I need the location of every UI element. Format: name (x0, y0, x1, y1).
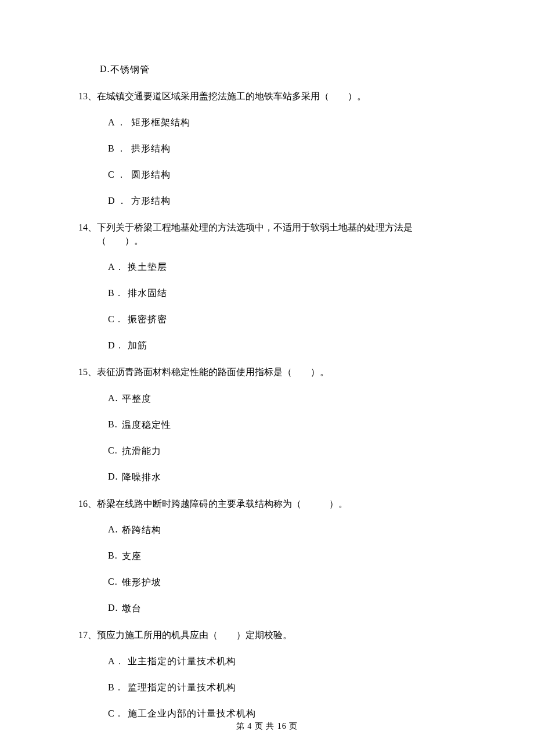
option-text: 监理指定的计量技术机构 (128, 682, 236, 694)
option-text: 墩台 (122, 603, 142, 615)
question-text: 预应力施工所用的机具应由（ ）定期校验。 (97, 629, 292, 642)
option-text: 温度稳定性 (122, 419, 171, 431)
option-text: 降噪排水 (122, 471, 161, 484)
option-letter: B． (108, 287, 128, 300)
option-text: 拱形结构 (131, 143, 171, 155)
question-text: 下列关于桥梁工程地基处理的方法选项中，不适用于软弱土地基的处理方法是（ ）。 (97, 221, 459, 247)
question-16-option-b: B. 支座 (108, 550, 459, 563)
option-text: 平整度 (122, 393, 151, 405)
question-13-option-b: B ． 拱形结构 (108, 143, 459, 155)
question-14-option-b: B． 排水固结 (108, 287, 459, 300)
question-number: 13、 (78, 90, 97, 103)
option-letter: A. (108, 524, 122, 537)
question-13-option-a: A ． 矩形框架结构 (108, 117, 459, 129)
option-text: 排水固结 (128, 287, 167, 300)
question-14-option-a: A． 换土垫层 (108, 261, 459, 273)
question-14: 14、 下列关于桥梁工程地基处理的方法选项中，不适用于软弱土地基的处理方法是（ … (78, 221, 459, 247)
option-text: 圆形结构 (131, 169, 171, 181)
question-14-option-d: D． 加筋 (108, 340, 459, 352)
option-text: 抗滑能力 (122, 445, 161, 458)
page-footer: 第 4 页 共 16 页 (0, 721, 534, 732)
option-text: 锥形护坡 (122, 577, 161, 589)
option-text: 施工企业内部的计量技术机构 (128, 708, 256, 720)
question-15-option-b: B. 温度稳定性 (108, 419, 459, 431)
option-letter: D. (108, 603, 122, 615)
question-14-option-c: C． 振密挤密 (108, 314, 459, 326)
question-text: 表征沥青路面材料稳定性能的路面使用指标是（ ）。 (97, 366, 329, 379)
question-number: 16、 (78, 498, 97, 510)
option-letter: B． (108, 682, 128, 694)
question-13: 13、 在城镇交通要道区域采用盖挖法施工的地铁车站多采用（ ）。 (78, 90, 459, 103)
option-text: 桥跨结构 (122, 524, 161, 537)
question-text: 在城镇交通要道区域采用盖挖法施工的地铁车站多采用（ ）。 (97, 90, 366, 103)
option-text: 不锈钢管 (110, 64, 150, 76)
question-17-option-b: B． 监理指定的计量技术机构 (108, 682, 459, 694)
question-17: 17、 预应力施工所用的机具应由（ ）定期校验。 (78, 629, 459, 642)
question-15-option-a: A. 平整度 (108, 393, 459, 405)
option-letter: D. (108, 471, 122, 484)
question-15-option-c: C. 抗滑能力 (108, 445, 459, 458)
option-text: 方形结构 (131, 195, 171, 207)
question-16-option-d: D. 墩台 (108, 603, 459, 615)
page-content: D. 不锈钢管 13、 在城镇交通要道区域采用盖挖法施工的地铁车站多采用（ ）。… (0, 0, 534, 720)
option-letter: A． (108, 261, 128, 273)
question-number: 15、 (78, 366, 97, 379)
option-letter: C ． (108, 169, 131, 181)
question-number: 17、 (78, 629, 97, 642)
option-letter: C. (108, 445, 122, 458)
question-13-option-c: C ． 圆形结构 (108, 169, 459, 181)
option-letter: B. (108, 550, 122, 563)
option-letter: D. (100, 64, 110, 76)
option-text: 支座 (122, 550, 142, 563)
option-letter: A ． (108, 117, 131, 129)
question-number: 14、 (78, 221, 97, 247)
option-letter: B ． (108, 143, 131, 155)
question-16-option-c: C. 锥形护坡 (108, 577, 459, 589)
question-12-option-d: D. 不锈钢管 (100, 64, 459, 76)
option-letter: D． (108, 340, 128, 352)
option-letter: C. (108, 577, 122, 589)
question-17-option-a: A． 业主指定的计量技术机构 (108, 656, 459, 668)
question-13-option-d: D ． 方形结构 (108, 195, 459, 207)
question-text: 桥梁在线路中断时跨越障碍的主要承载结构称为（ ）。 (97, 498, 348, 510)
option-letter: D ． (108, 195, 131, 207)
question-16: 16、 桥梁在线路中断时跨越障碍的主要承载结构称为（ ）。 (78, 498, 459, 510)
question-17-option-c: C． 施工企业内部的计量技术机构 (108, 708, 459, 720)
option-letter: B. (108, 419, 122, 431)
option-letter: A. (108, 393, 122, 405)
question-16-option-a: A. 桥跨结构 (108, 524, 459, 537)
option-letter: A． (108, 656, 128, 668)
option-text: 振密挤密 (128, 314, 167, 326)
question-15-option-d: D. 降噪排水 (108, 471, 459, 484)
option-text: 业主指定的计量技术机构 (128, 656, 236, 668)
option-text: 矩形框架结构 (131, 117, 190, 129)
option-text: 加筋 (128, 340, 147, 352)
option-text: 换土垫层 (128, 261, 167, 273)
question-15: 15、 表征沥青路面材料稳定性能的路面使用指标是（ ）。 (78, 366, 459, 379)
option-letter: C． (108, 708, 128, 720)
option-letter: C． (108, 314, 128, 326)
